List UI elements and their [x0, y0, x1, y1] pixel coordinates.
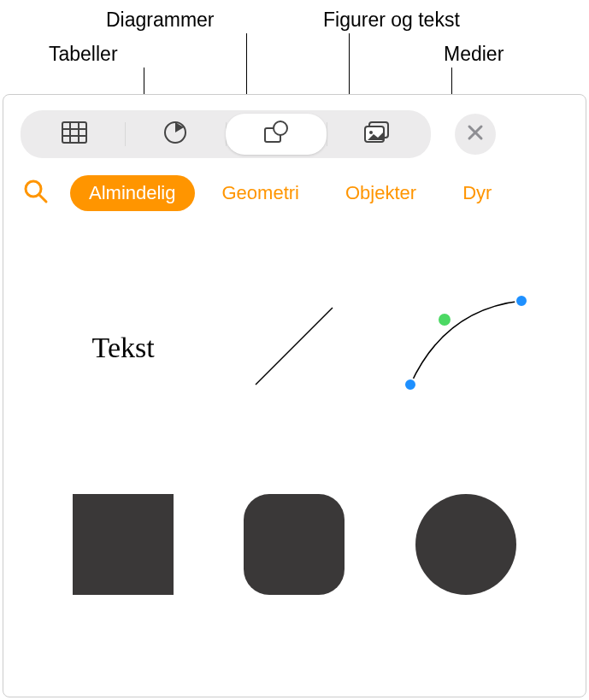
seg-media-button[interactable]: [327, 114, 427, 155]
seg-tables-button[interactable]: [24, 114, 125, 155]
svg-line-14: [39, 195, 46, 202]
shape-text[interactable]: Tekst: [63, 288, 183, 408]
tab-geometry[interactable]: Geometri: [203, 175, 318, 211]
svg-line-15: [256, 308, 333, 385]
insert-panel: Almindelig Geometri Objekter Dyr Tekst: [3, 94, 586, 697]
svg-point-10: [369, 131, 373, 134]
category-tabs-row: Almindelig Geometri Objekter Dyr: [3, 158, 586, 211]
shapes-grid: Tekst: [3, 211, 586, 647]
media-icon: [362, 121, 392, 148]
callout-tables-label: Tabeller: [49, 43, 118, 66]
search-icon: [23, 179, 49, 208]
callout-shapes-text-label: Figurer og tekst: [323, 9, 460, 32]
shape-rounded-square[interactable]: [234, 485, 354, 604]
search-button[interactable]: [21, 178, 51, 209]
square-shape-icon: [73, 494, 174, 595]
callouts-layer: Tabeller Diagrammer Figurer og tekst Med…: [0, 0, 589, 94]
tab-animals[interactable]: Dyr: [444, 175, 510, 211]
shape-curve[interactable]: [406, 288, 526, 408]
shape-circle[interactable]: [406, 485, 526, 604]
curve-icon: [398, 291, 534, 405]
rounded-square-shape-icon: [244, 494, 345, 595]
shape-square[interactable]: [63, 485, 183, 604]
svg-point-17: [515, 295, 527, 307]
category-tabs: Almindelig Geometri Objekter Dyr: [70, 175, 510, 211]
text-shape-label: Tekst: [92, 332, 155, 364]
svg-point-7: [274, 121, 287, 135]
circle-shape-icon: [415, 494, 516, 595]
seg-charts-button[interactable]: [125, 114, 226, 155]
close-icon: [466, 123, 485, 145]
segmented-control: [21, 110, 431, 158]
tab-objects[interactable]: Objekter: [327, 175, 435, 211]
toolbar: [3, 95, 586, 158]
pie-chart-icon: [162, 120, 188, 149]
svg-rect-0: [62, 122, 86, 143]
seg-shapes-button[interactable]: [226, 114, 327, 155]
svg-point-16: [404, 379, 416, 391]
shape-line[interactable]: [234, 288, 354, 408]
callout-charts-label: Diagrammer: [106, 9, 215, 32]
table-icon: [61, 121, 88, 148]
close-button[interactable]: [455, 114, 496, 155]
svg-point-18: [438, 313, 451, 326]
tab-basic[interactable]: Almindelig: [70, 175, 195, 211]
callout-media-label: Medier: [444, 43, 504, 66]
shapes-icon: [262, 120, 291, 149]
line-icon: [243, 295, 345, 401]
